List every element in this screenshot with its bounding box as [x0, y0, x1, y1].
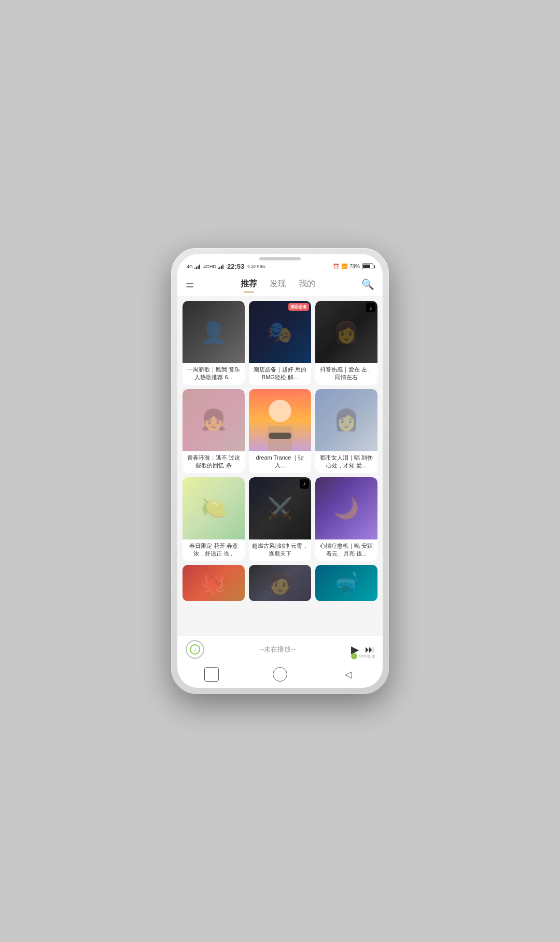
list-item[interactable]: 👩 都市女人泪｜唱 到伤心处，才知 爱... [315, 389, 377, 473]
home-circle-button[interactable] [273, 667, 287, 682]
playlist-cover-10: 🐙 [183, 565, 245, 601]
list-item[interactable]: 🤿 [315, 565, 377, 601]
list-item[interactable]: ⚔️ ♪ 超燃古风‖剑冲 云霄，逐鹿天下 [249, 477, 311, 561]
playlist-title-8: 超燃古风‖剑冲 云霄，逐鹿天下 [249, 539, 311, 561]
playlist-grid: 👤 一周新歌｜酷我 音乐人热歌推荐 6... 🎭 潮店必备 潮店必备｜超好 用的… [183, 301, 377, 601]
battery-percent: 79% [349, 264, 360, 269]
playlist-title-7: 春日限定·花开 春意浓，舒适正 当... [183, 539, 245, 561]
time-display: 22:53 [227, 262, 244, 270]
list-item[interactable]: 🐙 [183, 565, 245, 601]
status-right: ⏰ 📶 79% [333, 264, 373, 269]
svg-rect-3 [269, 433, 291, 439]
list-item[interactable]: 🍋 春日限定·花开 春意浓，舒适正 当... [183, 477, 245, 561]
signal-4ghd-label: 4GHD [203, 264, 216, 269]
network-speed: 0.10 KB/s [247, 264, 265, 269]
playlist-cover-6: 👩 [315, 389, 377, 451]
playlist-cover-5 [249, 389, 311, 451]
playlist-cover-7: 🍋 [183, 477, 245, 539]
signal-bars-2 [218, 264, 223, 269]
tab-mine[interactable]: 我的 [292, 276, 321, 292]
filter-icon[interactable]: ⚌ [186, 279, 194, 290]
player-album-art[interactable]: ♪ [186, 640, 204, 659]
list-item[interactable]: 🎭 潮店必备 潮店必备｜超好 用的BMG轻松 解... [249, 301, 311, 385]
list-item[interactable]: dream Trance ｜驶入... [249, 389, 311, 473]
playlist-cover-12: 🤿 [315, 565, 377, 601]
status-bar: 4G 4GHD 22:53 0.10 KB/s ⏰ [177, 261, 383, 272]
tiktok-badge: ♪ [366, 303, 375, 312]
playlist-title-9: 心情疗愈机｜晚 安踩着云、月亮 贩... [315, 539, 377, 561]
playlist-cover-3: 👩 ♪ [315, 301, 377, 363]
playlist-title-3: 抖音伤感｜爱在 左，同情在右 [315, 363, 377, 385]
playlist-cover-2: 🎭 潮店必备 [249, 301, 311, 363]
svg-point-1 [269, 399, 291, 422]
notch-area [177, 254, 383, 261]
watermark: 软件智库 [351, 653, 375, 659]
search-button[interactable]: 🔍 [361, 278, 374, 290]
watermark-icon [351, 653, 357, 659]
playlist-title-1: 一周新歌｜酷我 音乐人热歌推荐 6... [183, 363, 245, 385]
list-item[interactable]: 🧑 [249, 565, 311, 601]
playlist-cover-8: ⚔️ ♪ [249, 477, 311, 539]
music-note-icon: ♪ [193, 646, 197, 653]
phone-screen: 4G 4GHD 22:53 0.10 KB/s ⏰ [177, 254, 383, 688]
playlist-title-2: 潮店必备｜超好 用的BMG轻松 解... [249, 363, 311, 385]
content-area: 👤 一周新歌｜酷我 音乐人热歌推荐 6... 🎭 潮店必备 潮店必备｜超好 用的… [177, 296, 383, 635]
alarm-icon: ⏰ [333, 264, 339, 269]
back-triangle-button[interactable]: ◁ [341, 667, 356, 682]
tab-discover[interactable]: 发现 [263, 276, 292, 292]
notch [259, 257, 301, 260]
player-icon-inner: ♪ [190, 644, 200, 655]
list-item[interactable]: 👤 一周新歌｜酷我 音乐人热歌推荐 6... [183, 301, 245, 385]
list-item[interactable]: 🌙 心情疗愈机｜晚 安踩着云、月亮 贩... [315, 477, 377, 561]
playlist-title-6: 都市女人泪｜唱 到伤心处，才知 爱... [315, 451, 377, 473]
phone-frame: 4G 4GHD 22:53 0.10 KB/s ⏰ [171, 248, 389, 694]
playlist-title-4: 青春环游：逃不 过这些歌的回忆 杀 [183, 451, 245, 473]
player-status: --未在播放-- [211, 645, 345, 654]
playlist-cover-9: 🌙 [315, 477, 377, 539]
playlist-cover-4: 👧 [183, 389, 245, 451]
signal-bars-1 [194, 264, 200, 269]
shop-badge: 潮店必备 [288, 303, 309, 311]
list-item[interactable]: 👧 青春环游：逃不 过这些歌的回忆 杀 [183, 389, 245, 473]
battery-fill [363, 265, 370, 268]
playlist-title-5: dream Trance ｜驶入... [249, 451, 311, 473]
playlist-cover-1: 👤 [183, 301, 245, 363]
status-left: 4G 4GHD 22:53 0.10 KB/s [187, 262, 265, 270]
playlist-cover-11: 🧑 [249, 565, 311, 601]
tiktok-badge-2: ♪ [300, 479, 309, 489]
watermark-text: 软件智库 [359, 654, 375, 659]
back-square-button[interactable] [204, 667, 219, 682]
nav-tabs: ⚌ 推荐 发现 我的 🔍 [177, 272, 383, 296]
battery-icon [362, 264, 373, 269]
system-nav-bar: ◁ [177, 663, 383, 688]
signal-4g-label: 4G [187, 264, 193, 269]
list-item[interactable]: 👩 ♪ 抖音伤感｜爱在 左，同情在右 [315, 301, 377, 385]
tab-recommend[interactable]: 推荐 [234, 276, 263, 292]
wifi-icon: 📶 [341, 264, 347, 269]
